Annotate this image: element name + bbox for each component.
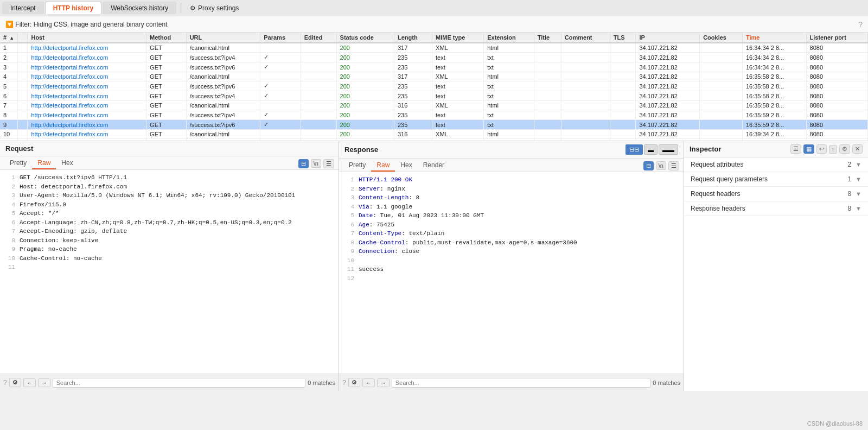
cell-edited — [301, 72, 336, 81]
col-mime[interactable]: MIME type — [432, 33, 484, 43]
cell-url: /canonical.html — [186, 72, 260, 81]
col-ext[interactable]: Extension — [484, 33, 534, 43]
col-length[interactable]: Length — [394, 33, 432, 43]
response-search-input[interactable] — [392, 378, 651, 388]
tab-http-history[interactable]: HTTP history — [45, 2, 101, 14]
request-tab-raw[interactable]: Raw — [32, 157, 56, 169]
cell-comment — [561, 101, 610, 110]
request-prev-btn[interactable]: ← — [23, 378, 36, 387]
request-next-btn[interactable]: → — [38, 378, 50, 387]
response-tab-raw[interactable]: Raw — [371, 160, 395, 172]
inspector-section[interactable]: Response headers 8 ▼ — [684, 201, 868, 216]
cell-tls — [610, 81, 636, 91]
proxy-settings-label: Proxy settings — [198, 4, 239, 12]
inspector-up-btn[interactable]: ↑ — [829, 145, 838, 154]
col-cookies[interactable]: Cookies — [700, 33, 743, 43]
request-panel-header: Request — [0, 141, 339, 156]
col-title[interactable]: Title — [534, 33, 561, 43]
response-wrap-btn[interactable]: \n — [656, 161, 666, 170]
col-num[interactable]: # ▲ — [0, 33, 18, 43]
cell-time: 16:34:34 2 8... — [742, 43, 806, 53]
request-settings-btn[interactable]: ⚙ — [9, 378, 21, 387]
help-icon-resp[interactable]: ? — [342, 379, 346, 387]
cell-time: 16:35:59 2 8... — [742, 110, 806, 120]
request-search-input[interactable] — [53, 378, 306, 388]
request-wrap-btn[interactable]: \n — [311, 159, 321, 168]
table-row[interactable]: 5 http://detectportal.firefox.com GET /s… — [0, 81, 868, 91]
inspector-settings-btn[interactable]: ⚙ — [839, 144, 850, 154]
table-row[interactable]: 4 http://detectportal.firefox.com GET /c… — [0, 72, 868, 81]
response-settings-btn[interactable]: ⚙ — [348, 378, 360, 387]
tab-websockets-history[interactable]: WebSockets history — [103, 2, 176, 14]
inspector-close-btn[interactable]: ✕ — [852, 144, 863, 154]
inspector-detail-view-btn[interactable]: ▦ — [803, 144, 814, 154]
response-split-view-btn[interactable]: ⊟⊟ — [626, 144, 643, 155]
response-tab-pretty[interactable]: Pretty — [343, 160, 371, 172]
inspector-wrap-btn[interactable]: ↩ — [816, 144, 827, 154]
response-prev-btn[interactable]: ← — [362, 378, 375, 387]
inspector-row[interactable]: Request headers 8 ▼ — [684, 187, 868, 201]
cell-status: 200 — [336, 120, 394, 130]
response-tab-render[interactable]: Render — [418, 160, 450, 172]
col-tls[interactable]: TLS — [610, 33, 636, 43]
help-icon-req[interactable]: ? — [3, 379, 7, 387]
cell-ext: txt — [484, 62, 534, 72]
response-next-btn[interactable]: → — [377, 378, 390, 387]
cell-ext: html — [484, 130, 534, 139]
col-params[interactable]: Params — [260, 33, 301, 43]
help-icon[interactable]: ? — [858, 20, 863, 29]
cell-mime: text — [432, 91, 484, 101]
col-host[interactable]: Host — [28, 33, 146, 43]
response-view-toggle-1[interactable]: ⊟ — [643, 161, 654, 170]
proxy-settings-link[interactable]: ⚙ Proxy settings — [184, 2, 244, 14]
watermark: CSDN @diaobusi-88 — [807, 420, 863, 427]
inspector-section[interactable]: Request attributes 2 ▼ — [684, 157, 868, 172]
cell-length: 235 — [394, 120, 432, 130]
inspector-list-view-btn[interactable]: ☰ — [790, 144, 801, 154]
gear-icon: ⚙ — [190, 4, 196, 12]
inspector-section[interactable]: Request headers 8 ▼ — [684, 187, 868, 201]
tab-intercept[interactable]: Intercept — [2, 2, 44, 14]
response-view2-btn[interactable]: ▬ — [644, 144, 658, 155]
table-row[interactable]: 3 http://detectportal.firefox.com GET /s… — [0, 62, 868, 72]
cell-method: GET — [146, 101, 187, 110]
col-edited[interactable]: Edited — [301, 33, 336, 43]
col-url[interactable]: URL — [186, 33, 260, 43]
bottom-panels: Request Pretty Raw Hex ⊟ \n ☰ 1GET /succ… — [0, 141, 868, 391]
cell-comment — [561, 81, 610, 91]
cell-port: 8080 — [806, 101, 867, 110]
request-code-line: 3User-Agent: Mozilla/5.0 (Windows NT 6.1… — [4, 191, 334, 200]
request-view-toggle-1[interactable]: ⊟ — [298, 159, 309, 168]
table-row[interactable]: 10 http://detectportal.firefox.com GET /… — [0, 130, 868, 139]
col-method[interactable]: Method — [146, 33, 187, 43]
table-row[interactable]: 1 http://detectportal.firefox.com GET /c… — [0, 43, 868, 53]
inspector-row[interactable]: Response headers 8 ▼ — [684, 201, 868, 216]
cell-edited — [301, 130, 336, 139]
col-port[interactable]: Listener port — [806, 33, 867, 43]
request-more-btn[interactable]: ☰ — [323, 159, 334, 168]
request-tab-hex[interactable]: Hex — [56, 157, 78, 169]
table-row[interactable]: 2 http://detectportal.firefox.com GET /s… — [0, 53, 868, 62]
table-row[interactable]: 8 http://detectportal.firefox.com GET /s… — [0, 110, 868, 120]
cell-num: 1 — [0, 43, 18, 53]
cell-port: 8080 — [806, 110, 867, 120]
inspector-row[interactable]: Request query parameters 1 ▼ — [684, 172, 868, 186]
col-flag[interactable] — [18, 33, 28, 43]
table-row[interactable]: 9 http://detectportal.firefox.com GET /s… — [0, 120, 868, 130]
request-tab-pretty[interactable]: Pretty — [4, 157, 32, 169]
col-status[interactable]: Status code — [336, 33, 394, 43]
inspector-section[interactable]: Request query parameters 1 ▼ — [684, 172, 868, 187]
col-time[interactable]: Time — [742, 33, 806, 43]
col-ip[interactable]: IP — [636, 33, 700, 43]
cell-tls — [610, 91, 636, 101]
response-view3-btn[interactable]: ▬▬ — [659, 144, 678, 155]
cell-url: /canonical.html — [186, 101, 260, 110]
response-tab-hex[interactable]: Hex — [395, 160, 417, 172]
inspector-row[interactable]: Request attributes 2 ▼ — [684, 157, 868, 172]
response-more-btn[interactable]: ☰ — [668, 161, 679, 170]
table-row[interactable]: 7 http://detectportal.firefox.com GET /c… — [0, 101, 868, 110]
table-row[interactable]: 6 http://detectportal.firefox.com GET /s… — [0, 91, 868, 101]
cell-length: 235 — [394, 53, 432, 62]
col-comment[interactable]: Comment — [561, 33, 610, 43]
tab-divider — [181, 3, 181, 13]
